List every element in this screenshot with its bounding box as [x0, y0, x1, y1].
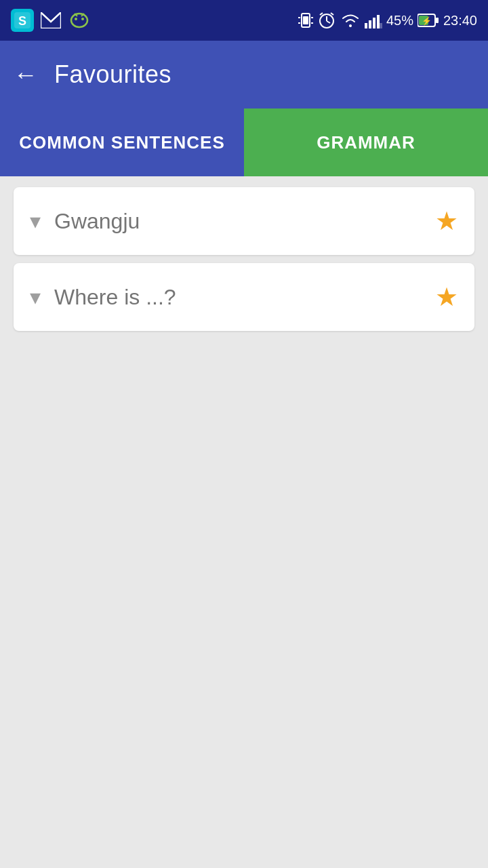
svg-point-8: [81, 18, 84, 20]
svg-rect-12: [303, 16, 308, 24]
back-button[interactable]: ←: [14, 60, 38, 89]
tab-common-sentences[interactable]: COMMON SENTENCES: [0, 108, 244, 176]
svg-line-19: [327, 21, 330, 23]
page-title: Favourites: [54, 60, 171, 89]
list-item-where-is-left: ▾ Where is ...?: [30, 285, 176, 310]
list-item-gwangju-left: ▾ Gwangju: [30, 209, 140, 234]
svg-rect-24: [369, 20, 371, 28]
svg-line-20: [320, 13, 323, 15]
gmail-icon: [39, 9, 62, 32]
wifi-icon: [340, 12, 361, 28]
list-item-gwangju-label: Gwangju: [54, 209, 140, 234]
svg-rect-30: [436, 18, 439, 23]
tab-grammar[interactable]: GRAMMAR: [244, 108, 488, 176]
vibrate-icon: [298, 11, 313, 30]
svg-point-7: [75, 18, 77, 20]
svg-point-6: [71, 14, 87, 27]
svg-text:⚡: ⚡: [421, 16, 431, 26]
app-bar: ← Favourites: [0, 41, 488, 108]
battery-icon: ⚡: [418, 13, 439, 28]
chevron-down-icon-2: ▾: [30, 286, 41, 308]
star-icon-gwangju[interactable]: ★: [435, 206, 458, 236]
app-icon-1: S: [11, 9, 34, 32]
list-item-where-is-label: Where is ...?: [54, 285, 176, 310]
svg-rect-27: [380, 23, 382, 28]
clock: 23:40: [443, 13, 477, 28]
svg-rect-25: [373, 18, 375, 28]
android-icon: [68, 9, 91, 32]
status-bar-right: 45% ⚡ 23:40: [298, 11, 477, 30]
list-item-gwangju[interactable]: ▾ Gwangju ★: [14, 187, 474, 255]
chevron-down-icon: ▾: [30, 210, 41, 232]
signal-icon: [365, 12, 382, 28]
alarm-icon: [317, 11, 336, 30]
svg-point-22: [349, 24, 352, 27]
status-bar-left: S: [11, 9, 91, 32]
battery-percent: 45%: [386, 13, 413, 28]
content-area: ▾ Gwangju ★ ▾ Where is ...? ★: [0, 176, 488, 868]
list-item-where-is[interactable]: ▾ Where is ...? ★: [14, 263, 474, 331]
svg-rect-26: [377, 15, 380, 28]
star-icon-where-is[interactable]: ★: [435, 282, 458, 312]
svg-text:S: S: [18, 14, 26, 28]
status-bar: S: [0, 0, 488, 41]
svg-line-21: [331, 13, 333, 15]
svg-rect-23: [365, 23, 367, 28]
tab-bar: COMMON SENTENCES GRAMMAR: [0, 108, 488, 176]
